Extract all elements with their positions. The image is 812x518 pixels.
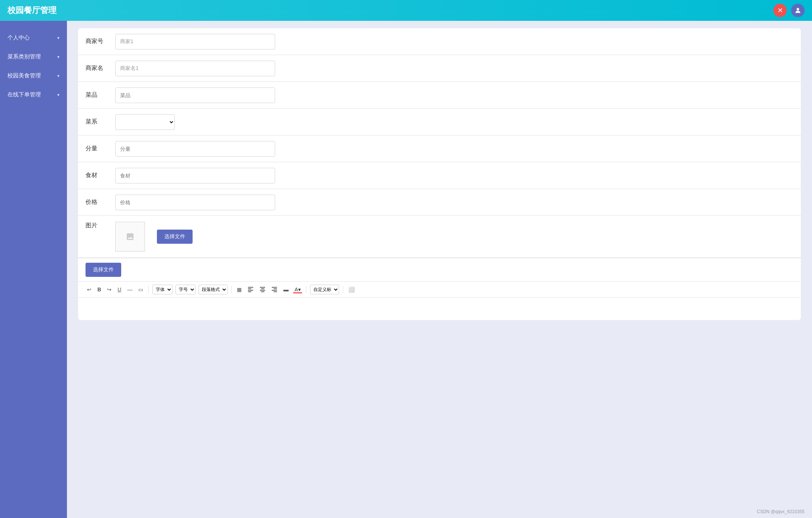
svg-rect-8 [261,291,264,292]
align-center-button[interactable] [258,285,267,294]
user-button[interactable] [791,4,805,17]
font-color-button[interactable]: A▾ [293,286,302,293]
field-portion: 分量 [78,135,801,162]
field-price: 价格 [78,189,801,216]
svg-rect-6 [261,288,264,289]
align-right-button[interactable] [270,285,279,294]
editor-toolbar: ↩ B ↪ U — ▭ 字体 字号 段落格式 [78,282,801,298]
main-content: 商家号 商家名 菜品 菜系 分量 [67,21,812,518]
table-button[interactable]: ▦ [235,286,243,293]
font-size-select[interactable]: 字号 [175,285,196,294]
undo-button[interactable]: ↩ [86,286,93,293]
align-right-icon [271,286,277,292]
input-merchant-name[interactable] [115,61,275,76]
sidebar-item-campus-food-arrow: ▾ [57,73,59,79]
field-dish: 菜品 [78,82,801,109]
image-file-button[interactable]: 选择文件 [157,230,193,244]
svg-rect-3 [248,290,253,291]
sidebar-item-order-label: 在线下单管理 [7,91,41,98]
sidebar-item-campus-food-label: 校园美食管理 [7,72,41,79]
sidebar-item-cuisine-category[interactable]: 菜系类别管理 ▾ [0,47,67,66]
header: 校园餐厅管理 ✕ [0,0,812,21]
sidebar-item-personal[interactable]: 个人中心 ▾ [0,28,67,47]
field-merchant-id: 商家号 [78,28,801,55]
field-ingredient: 食材 [78,162,801,189]
svg-rect-5 [260,287,265,288]
svg-rect-12 [274,291,277,292]
form-container: 商家号 商家名 菜品 菜系 分量 [78,28,801,320]
svg-point-0 [797,8,799,10]
fullscreen-button[interactable]: ⬜ [347,286,356,293]
label-cuisine: 菜系 [86,118,115,126]
user-icon [794,7,802,14]
custom-label-select[interactable]: 自定义标 [310,285,339,294]
align-left-button[interactable] [246,285,255,294]
label-dish: 菜品 [86,91,115,99]
paragraph-format-select[interactable]: 段落格式 [199,285,228,294]
close-button[interactable]: ✕ [773,4,787,17]
layout: 个人中心 ▾ 菜系类别管理 ▾ 校园美食管理 ▾ 在线下单管理 ▾ 商家号 商家… [0,21,812,518]
label-ingredient: 食材 [86,172,115,179]
editor-section: 选择文件 ↩ B ↪ U — ▭ 字体 字号 [78,258,801,320]
align-left-icon [248,286,254,292]
svg-rect-10 [274,288,277,289]
label-merchant-name: 商家名 [86,64,115,72]
svg-rect-9 [272,287,277,288]
editor-content-area[interactable] [78,298,801,320]
sidebar-item-cuisine-category-arrow: ▾ [57,54,59,60]
underline-button[interactable]: U [116,286,123,293]
label-portion: 分量 [86,145,115,153]
input-ingredient[interactable] [115,168,275,183]
sidebar: 个人中心 ▾ 菜系类别管理 ▾ 校园美食管理 ▾ 在线下单管理 ▾ [0,21,67,518]
image-preview [115,222,145,252]
redo-button[interactable]: ↪ [106,286,113,293]
editor-file-row: 选择文件 [78,258,801,282]
svg-rect-7 [260,290,265,291]
field-merchant-name: 商家名 [78,55,801,82]
toolbar-divider-4 [343,286,343,293]
align-justify-button[interactable]: ▬ [282,286,290,293]
toolbar-divider-2 [231,286,232,293]
select-cuisine[interactable] [115,114,175,130]
input-price[interactable] [115,195,275,210]
toolbar-divider-1 [148,286,149,293]
font-family-select[interactable]: 字体 [152,285,173,294]
app-title: 校园餐厅管理 [7,5,57,16]
sidebar-item-cuisine-category-label: 菜系类别管理 [7,53,41,60]
align-center-icon [260,286,265,292]
field-image: 图片 选择文件 [78,216,801,258]
svg-rect-2 [248,288,251,289]
image-placeholder-icon [126,232,135,241]
input-portion[interactable] [115,141,275,157]
label-image: 图片 [86,222,115,230]
sidebar-item-campus-food[interactable]: 校园美食管理 ▾ [0,66,67,85]
line-button[interactable]: — [126,286,134,293]
sidebar-item-personal-label: 个人中心 [7,34,30,41]
svg-rect-4 [248,291,251,292]
header-actions: ✕ [773,4,805,17]
watermark: CSDN @qqvx_6210355 [757,509,805,514]
input-dish[interactable] [115,87,275,103]
box-button[interactable]: ▭ [137,286,145,293]
label-price: 价格 [86,198,115,206]
toolbar-divider-3 [306,286,306,293]
label-merchant-id: 商家号 [86,38,115,45]
svg-rect-1 [248,287,253,288]
bold-button[interactable]: B [96,286,103,293]
sidebar-item-order-arrow: ▾ [57,92,59,97]
sidebar-item-order[interactable]: 在线下单管理 ▾ [0,85,67,104]
editor-file-button[interactable]: 选择文件 [86,263,121,277]
svg-rect-11 [272,290,277,291]
field-cuisine: 菜系 [78,109,801,135]
input-merchant-id[interactable] [115,34,275,49]
sidebar-item-personal-arrow: ▾ [57,35,59,41]
